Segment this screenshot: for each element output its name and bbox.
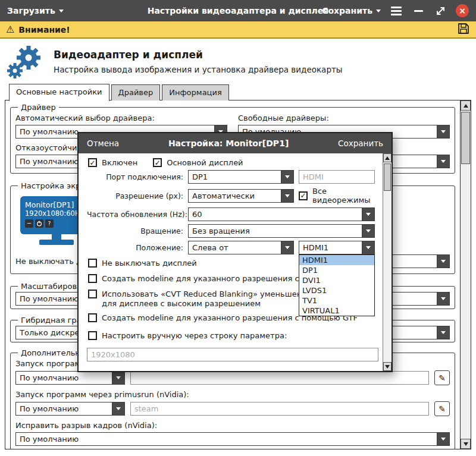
checkbox-label: Не выключать дисплей <box>102 259 197 268</box>
optirun-command-input[interactable] <box>130 371 429 385</box>
gears-icon <box>6 43 44 80</box>
page-title: Видеоадаптер и дисплей <box>54 49 343 61</box>
scroll-up-button[interactable] <box>461 100 471 111</box>
position-target-dropdown-list: HDMI1 DP1 DVI1 LVDS1 TV1 VIRTUAL1 <box>299 254 375 316</box>
checkbox-unchecked-icon <box>88 331 97 340</box>
tab-bar: Основные настройки Драйвер Информация <box>9 84 229 100</box>
rotation-combo[interactable]: Без вращения <box>188 224 375 238</box>
position-target-combo[interactable]: HDMI1 <box>299 241 375 254</box>
scroll-thumb[interactable] <box>461 112 470 164</box>
combo-value: Автоматически <box>189 190 281 202</box>
chevron-down-icon <box>376 10 381 12</box>
scroll-thumb[interactable] <box>384 163 391 191</box>
port-combo[interactable]: DP1 <box>188 170 294 184</box>
dropdown-option-hdmi1[interactable]: HDMI1 <box>299 255 374 265</box>
monitor-power-button[interactable] <box>35 219 43 228</box>
chevron-down-icon <box>59 10 64 12</box>
primusrun-mode-combo[interactable]: По умолчанию <box>15 402 125 416</box>
chevron-down-icon <box>362 208 374 221</box>
primusrun-edit-pencil-button[interactable] <box>434 401 450 416</box>
chevron-down-icon <box>437 433 449 445</box>
menu-icon[interactable] <box>390 4 403 17</box>
port-manual-input[interactable] <box>299 170 375 184</box>
tab-main-settings[interactable]: Основные настройки <box>9 84 109 101</box>
tab-driver[interactable]: Драйвер <box>111 84 161 100</box>
scroll-down-button[interactable] <box>461 439 471 449</box>
checkbox-unchecked-icon <box>88 313 97 322</box>
dropdown-option-dp1[interactable]: DP1 <box>299 265 374 275</box>
checkbox-label: Настроить вручную через строку параметра… <box>102 331 287 340</box>
checkbox-label: Все видеорежимы <box>312 187 378 205</box>
warning-bar: Внимание! <box>0 21 476 39</box>
maximize-button[interactable] <box>434 4 447 17</box>
dialog-title: Настройка: Monitor[DP1] <box>168 139 289 148</box>
warning-label: Внимание! <box>18 25 70 34</box>
arrow-up-icon <box>385 156 390 160</box>
combo-value: По умолчанию <box>16 372 112 384</box>
refresh-rate-combo[interactable]: 60 <box>188 207 375 221</box>
keep-display-checkbox[interactable]: Не выключать дисплей <box>88 259 197 268</box>
page-subtitle: Настройка вывода изображения и установка… <box>54 65 343 74</box>
cvt-reduced-blanking-checkbox[interactable]: Использовать «CVT Reduced Blanking» умен… <box>88 290 328 309</box>
load-menu-label: Загрузить <box>7 6 55 15</box>
monitor-help-button[interactable] <box>45 219 54 228</box>
chevron-down-icon <box>437 125 449 138</box>
titlebar: Загрузить Настройки видеоадаптера и дисп… <box>0 0 476 21</box>
combo-value: Слева от <box>189 241 281 254</box>
dropdown-option-tv1[interactable]: TV1 <box>299 295 374 306</box>
checkbox-label: Включен <box>102 158 137 167</box>
chevron-down-icon <box>362 225 374 237</box>
arrow-up-icon <box>464 104 468 108</box>
save-file-icon[interactable] <box>457 22 470 37</box>
primusrun-label: Запуск программ через primusrun (nVidia)… <box>15 390 450 400</box>
resolution-combo[interactable]: Автоматически <box>188 189 294 203</box>
dialog-cancel-button[interactable]: Отмена <box>87 139 119 148</box>
dialog-scrollbar[interactable] <box>383 153 392 371</box>
enabled-checkbox[interactable]: Включен <box>88 158 137 167</box>
dialog-save-button[interactable]: Сохранить <box>338 139 383 148</box>
scroll-up-button[interactable] <box>383 153 392 162</box>
primusrun-command-input[interactable] <box>130 402 429 416</box>
app-header: Видеоадаптер и дисплей Настройка вывода … <box>0 40 476 83</box>
resolution-label: Разрешение (px): <box>87 191 188 200</box>
save-menu-button[interactable]: Сохранить <box>322 6 381 15</box>
main-scrollbar[interactable] <box>460 100 471 449</box>
combo-value: По умолчанию <box>16 433 437 445</box>
position-combo[interactable]: Слева от <box>188 241 294 254</box>
dropdown-option-lvds1[interactable]: LVDS1 <box>299 285 374 295</box>
checkbox-unchecked-icon <box>88 290 97 298</box>
manual-mode-input[interactable] <box>87 348 378 361</box>
save-menu-label: Сохранить <box>322 6 372 15</box>
checkbox-unchecked-icon <box>88 274 97 283</box>
chevron-down-icon <box>437 326 449 339</box>
close-button[interactable] <box>456 4 469 17</box>
manual-mode-checkbox[interactable]: Настроить вручную через строку параметра… <box>88 331 287 340</box>
dropdown-option-virtual1[interactable]: VIRTUAL1 <box>299 306 374 316</box>
combo-value: По умолчанию <box>16 402 112 415</box>
minimize-icon <box>414 10 423 12</box>
chevron-down-icon <box>112 372 124 384</box>
minimize-button[interactable] <box>412 4 425 17</box>
load-menu-button[interactable]: Загрузить <box>7 6 64 15</box>
dialog-body: Включен Основной дисплей Порт подключени… <box>79 153 392 371</box>
combo-value: HDMI1 <box>299 241 362 254</box>
chevron-down-icon <box>281 241 293 254</box>
chevron-down-icon <box>437 255 449 268</box>
scroll-down-button[interactable] <box>383 362 392 371</box>
optirun-mode-combo[interactable]: По умолчанию <box>15 371 125 385</box>
rotation-label: Вращение: <box>87 227 188 235</box>
expand-arrows-icon <box>436 6 446 16</box>
arrow-down-icon <box>385 365 390 369</box>
chevron-down-icon <box>112 402 124 415</box>
tearfree-combo[interactable]: По умолчанию <box>15 432 450 446</box>
tab-information[interactable]: Информация <box>162 84 228 100</box>
auto-driver-label: Автоматический выбор драйвера: <box>15 114 227 123</box>
monitor-disable-button[interactable] <box>25 219 33 228</box>
dropdown-option-dvi1[interactable]: DVI1 <box>299 275 374 285</box>
warning-icon <box>6 24 14 35</box>
checkbox-checked-icon <box>299 191 308 200</box>
driver-group-legend: Драйвер <box>18 103 59 112</box>
primary-display-checkbox[interactable]: Основной дисплей <box>153 158 243 167</box>
optirun-edit-pencil-button[interactable] <box>434 370 450 385</box>
all-video-modes-checkbox[interactable]: Все видеорежимы <box>299 187 378 205</box>
